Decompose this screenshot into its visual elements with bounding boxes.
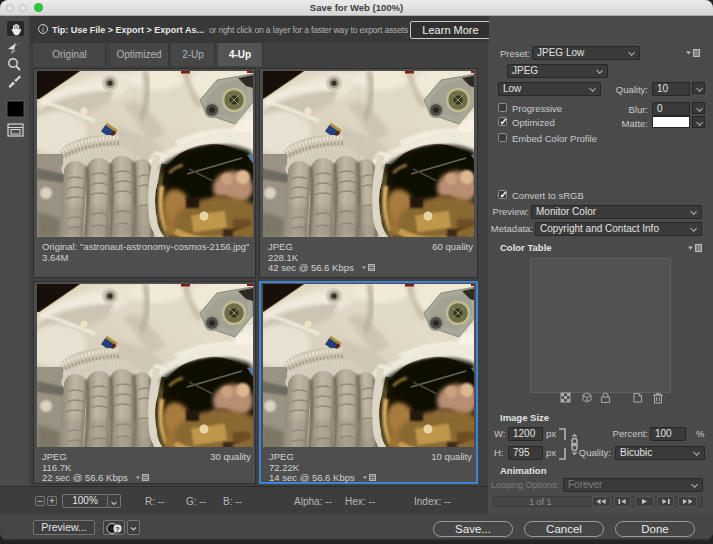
svg-text:?: ? <box>115 526 119 533</box>
